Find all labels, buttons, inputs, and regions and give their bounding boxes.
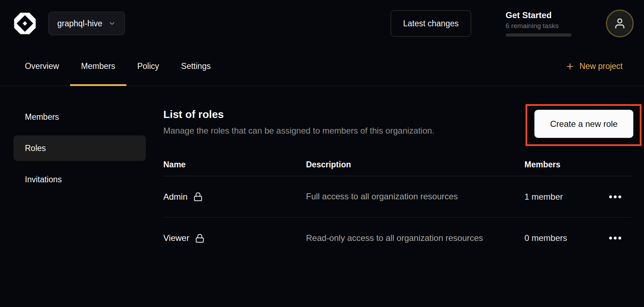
- tab-overview[interactable]: Overview: [14, 47, 70, 86]
- tab-members[interactable]: Members: [70, 47, 126, 86]
- new-project-button[interactable]: New project: [565, 47, 623, 86]
- get-started-remaining-tasks: 6 remaining tasks: [506, 22, 571, 30]
- top-bar: graphql-hive Latest changes Get Started …: [0, 0, 644, 47]
- get-started-title: Get Started: [506, 10, 571, 20]
- roles-table: Name Description Members Admin Full acce…: [163, 154, 632, 259]
- role-name: Admin: [163, 192, 188, 202]
- column-header-name: Name: [163, 160, 306, 169]
- table-row-admin: Admin Full access to all organization re…: [163, 176, 632, 217]
- latest-changes-button[interactable]: Latest changes: [391, 10, 471, 37]
- role-description: Full access to all organization resource…: [306, 190, 498, 203]
- lock-icon: [193, 192, 203, 201]
- ellipsis-icon: [609, 195, 612, 198]
- new-project-label: New project: [580, 61, 623, 71]
- user-avatar[interactable]: [606, 10, 634, 37]
- organization-name: graphql-hive: [57, 19, 102, 28]
- column-header-members: Members: [524, 160, 605, 169]
- lock-icon: [195, 233, 205, 243]
- tab-policy[interactable]: Policy: [126, 47, 170, 86]
- sidebar-item-invitations[interactable]: Invitations: [14, 167, 146, 192]
- tab-settings[interactable]: Settings: [170, 47, 222, 86]
- annotation-highlight-box: Create a new role: [526, 104, 642, 146]
- table-row-viewer: Viewer Read-only access to all organizat…: [163, 217, 632, 259]
- user-icon: [614, 17, 626, 29]
- organization-selector[interactable]: graphql-hive: [48, 12, 125, 35]
- role-description: Read-only access to all organization res…: [306, 232, 498, 244]
- roles-header-text: List of roles Manage the roles that can …: [163, 104, 434, 136]
- role-member-count: 1 member: [524, 192, 605, 202]
- plus-icon: [565, 62, 575, 71]
- role-name-cell: Viewer: [163, 233, 306, 243]
- create-new-role-button[interactable]: Create a new role: [534, 110, 633, 138]
- table-header-row: Name Description Members: [163, 154, 632, 176]
- role-more-options-button[interactable]: [605, 190, 626, 204]
- org-tab-bar: Overview Members Policy Settings New pro…: [0, 47, 644, 86]
- get-started-progress-bar: [506, 33, 571, 37]
- role-name: Viewer: [163, 233, 189, 243]
- ellipsis-icon: [609, 237, 612, 239]
- get-started-widget[interactable]: Get Started 6 remaining tasks: [506, 10, 571, 37]
- page-title: List of roles: [163, 108, 434, 120]
- role-name-cell: Admin: [163, 192, 306, 202]
- roles-header: List of roles Manage the roles that can …: [163, 104, 632, 146]
- chevron-down-icon: [108, 20, 116, 27]
- role-more-options-button[interactable]: [605, 231, 626, 245]
- role-member-count: 0 members: [524, 233, 605, 243]
- column-header-description: Description: [306, 160, 524, 169]
- hive-logo-icon: [13, 11, 37, 36]
- page-subtitle: Manage the roles that can be assigned to…: [163, 126, 434, 136]
- content-area: Members Roles Invitations List of roles …: [0, 86, 644, 259]
- sidebar-item-roles[interactable]: Roles: [14, 135, 146, 161]
- sidebar-item-members[interactable]: Members: [14, 104, 146, 130]
- members-sidebar: Members Roles Invitations: [14, 104, 146, 198]
- roles-panel: List of roles Manage the roles that can …: [163, 104, 632, 259]
